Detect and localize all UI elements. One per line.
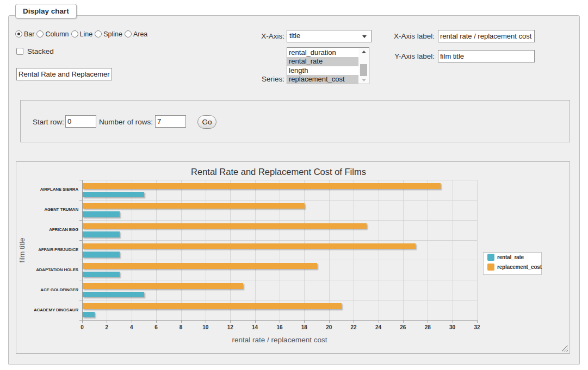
legend-label-replacement_cost: replacement_cost [497,264,542,270]
x-axis-tick [156,320,157,323]
x-axis-tick [304,320,305,323]
gridline-x [304,180,305,320]
radio-label-spline: Spline [103,30,122,38]
category-label: AGENT TRUMAN [17,207,78,212]
plot-area [82,180,477,320]
gridline-y [82,220,477,221]
series-label: Series: [241,75,284,83]
scrollbar-thumb[interactable] [360,64,367,76]
legend-label-rental_rate: rental_rate [497,254,524,260]
x-axis-title: rental rate / replacement cost [82,336,477,344]
stacked-row: Stacked [16,47,54,55]
resize-handle-icon[interactable] [562,346,568,352]
chart-title-input[interactable] [16,68,112,80]
series-option-rental_rate[interactable]: rental_rate [287,57,358,66]
bar-replacement_cost [83,223,367,229]
gridline-x [181,180,182,320]
bar-rental_rate [83,252,120,258]
x-tick-label: 30 [442,324,463,330]
stacked-checkbox[interactable] [16,48,23,55]
x-axis-tick [403,320,404,323]
scroll-down-icon[interactable] [358,76,369,84]
radio-bar[interactable] [15,30,22,37]
x-axis-tick [206,320,206,323]
x-tick-label: 18 [293,324,315,330]
chart-container: Rental Rate and Replacement Cost of Film… [16,161,570,354]
series-listbox[interactable]: rental_durationrental_ratelengthreplacem… [287,47,369,84]
x-axis-tick [477,320,478,323]
gridline-y [82,180,477,180]
gridline-x [354,180,354,320]
gridline-x [255,180,256,320]
x-tick-label: 32 [466,324,488,330]
y-axis-tick [79,280,82,280]
bar-replacement_cost [83,263,317,269]
x-tick-label: 20 [318,324,340,330]
gridline-x [453,180,453,320]
gridline-y [82,200,477,200]
x-tick-label: 24 [368,324,389,330]
start-row-label: Start row: [33,118,64,126]
bar-replacement_cost [83,183,441,189]
category-label: ACADEMY DINOSAUR [17,308,78,312]
gridline-x [107,180,107,320]
scroll-up-icon[interactable] [358,48,369,55]
x-tick-label: 22 [343,324,364,330]
fieldset-legend: Display chart [15,4,77,18]
go-button[interactable]: Go [197,115,216,129]
bar-replacement_cost [83,303,342,309]
legend-item-replacement_cost[interactable]: replacement_cost [487,264,542,271]
radio-option-bar: Bar [15,30,34,38]
x-tick-label: 10 [195,324,216,330]
series-option-replacement_cost[interactable]: replacement_cost [287,75,358,84]
radio-option-line: Line [71,30,93,38]
gridline-x [230,180,231,320]
gridline-x [379,180,379,320]
y-axis-tick [79,220,82,221]
gridline-x [477,180,478,320]
series-scrollbar[interactable] [358,48,369,84]
y-axis-tick [79,240,82,241]
y-axis-label-input[interactable] [438,50,535,62]
x-axis-select[interactable]: title [287,30,372,42]
x-axis-tick [181,320,182,323]
x-tick-label: 28 [417,324,438,330]
legend-symbol-replacement_cost [487,264,494,271]
radio-line[interactable] [71,30,78,37]
gridline-x [280,180,280,320]
x-axis-tick [329,320,330,323]
x-tick-label: 2 [96,324,117,330]
x-tick-label: 8 [170,324,192,330]
radio-column[interactable] [36,30,44,37]
bar-replacement_cost [83,243,416,249]
category-label: AFRICAN EGG [17,227,78,232]
start-row-input[interactable] [65,115,96,128]
fieldset-legend-text: Display chart [23,7,69,15]
gridline-x [156,180,157,320]
category-label: AIRPLANE SIERRA [17,187,78,192]
x-axis-tick [107,320,107,323]
x-axis-select-value: title [289,32,300,40]
gridline-y [82,240,477,241]
radio-area[interactable] [125,30,132,37]
radio-label-line: Line [80,30,93,38]
x-tick-label: 14 [244,324,266,330]
x-axis-tick [132,320,132,323]
bar-rental_rate [83,192,144,198]
x-axis-label-input[interactable] [438,30,535,42]
number-of-rows-input[interactable] [155,115,186,128]
radio-label-area: Area [133,30,147,38]
page: Display chart BarColumnLineSplineArea St… [0,0,588,370]
radio-spline[interactable] [95,30,102,37]
x-tick-label: 26 [392,324,414,330]
series-option-length[interactable]: length [287,66,358,75]
chevron-down-icon [362,35,367,38]
stacked-label: Stacked [27,47,54,55]
legend-item-rental_rate[interactable]: rental_rate [487,254,524,261]
x-axis-label-label: X-Axis label: [388,32,435,40]
gridline-x [132,180,132,320]
gridline-y [82,280,477,280]
x-axis-tick [255,320,256,323]
series-option-rental_duration[interactable]: rental_duration [287,48,358,57]
y-axis-tick [79,260,82,260]
